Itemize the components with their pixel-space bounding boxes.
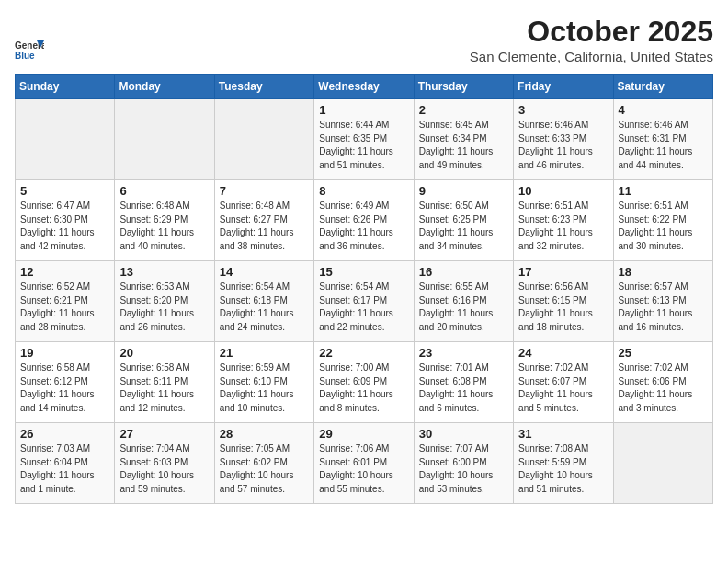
- day-number: 24: [518, 346, 608, 360]
- day-number: 9: [419, 184, 508, 198]
- calendar-cell: 16Sunrise: 6:55 AM Sunset: 6:16 PM Dayli…: [414, 261, 513, 342]
- calendar-cell: 19Sunrise: 6:58 AM Sunset: 6:12 PM Dayli…: [16, 342, 115, 423]
- day-info: Sunrise: 6:52 AM Sunset: 6:21 PM Dayligh…: [20, 281, 109, 334]
- calendar-cell: 8Sunrise: 6:49 AM Sunset: 6:26 PM Daylig…: [314, 180, 414, 261]
- day-info: Sunrise: 7:02 AM Sunset: 6:06 PM Dayligh…: [619, 362, 708, 415]
- weekday-header: Tuesday: [214, 75, 313, 99]
- calendar-cell: 22Sunrise: 7:00 AM Sunset: 6:09 PM Dayli…: [314, 342, 414, 423]
- calendar-cell: 25Sunrise: 7:02 AM Sunset: 6:06 PM Dayli…: [613, 342, 712, 423]
- day-number: 18: [619, 265, 708, 279]
- weekday-header: Sunday: [16, 75, 115, 99]
- calendar-cell: 6Sunrise: 6:48 AM Sunset: 6:29 PM Daylig…: [115, 180, 214, 261]
- calendar-cell: 5Sunrise: 6:47 AM Sunset: 6:30 PM Daylig…: [16, 180, 115, 261]
- calendar-cell: [16, 99, 115, 180]
- weekday-header: Monday: [115, 75, 214, 99]
- day-number: 13: [119, 265, 209, 279]
- calendar-cell: 17Sunrise: 6:56 AM Sunset: 6:15 PM Dayli…: [514, 261, 613, 342]
- day-number: 6: [119, 184, 209, 198]
- calendar-cell: [214, 99, 313, 180]
- day-info: Sunrise: 7:00 AM Sunset: 6:09 PM Dayligh…: [319, 362, 408, 415]
- day-number: 20: [119, 346, 209, 360]
- calendar-cell: 3Sunrise: 6:46 AM Sunset: 6:33 PM Daylig…: [514, 99, 613, 180]
- calendar-cell: 13Sunrise: 6:53 AM Sunset: 6:20 PM Dayli…: [115, 261, 214, 342]
- day-info: Sunrise: 7:05 AM Sunset: 6:02 PM Dayligh…: [220, 442, 309, 496]
- weekday-header: Saturday: [613, 75, 712, 99]
- day-number: 10: [518, 184, 608, 198]
- calendar-cell: 20Sunrise: 6:58 AM Sunset: 6:11 PM Dayli…: [115, 342, 214, 423]
- day-number: 5: [20, 184, 109, 198]
- day-number: 28: [220, 427, 309, 441]
- day-info: Sunrise: 6:46 AM Sunset: 6:31 PM Dayligh…: [619, 119, 708, 172]
- day-number: 31: [518, 427, 608, 441]
- calendar-cell: [115, 99, 214, 180]
- location-title: San Clemente, California, United States: [470, 49, 713, 64]
- calendar-cell: 21Sunrise: 6:59 AM Sunset: 6:10 PM Dayli…: [214, 342, 313, 423]
- logo: General Blue: [15, 37, 48, 63]
- calendar-cell: 29Sunrise: 7:06 AM Sunset: 6:01 PM Dayli…: [314, 423, 414, 504]
- day-info: Sunrise: 7:06 AM Sunset: 6:01 PM Dayligh…: [319, 442, 408, 496]
- day-number: 27: [119, 427, 209, 441]
- day-number: 21: [220, 346, 309, 360]
- logo-icon: General Blue: [15, 37, 44, 63]
- day-info: Sunrise: 6:54 AM Sunset: 6:18 PM Dayligh…: [220, 281, 309, 334]
- day-info: Sunrise: 6:58 AM Sunset: 6:12 PM Dayligh…: [20, 362, 109, 415]
- calendar-cell: [613, 423, 712, 504]
- day-info: Sunrise: 6:56 AM Sunset: 6:15 PM Dayligh…: [518, 281, 608, 334]
- calendar-cell: 31Sunrise: 7:08 AM Sunset: 5:59 PM Dayli…: [514, 423, 613, 504]
- day-info: Sunrise: 6:45 AM Sunset: 6:34 PM Dayligh…: [419, 119, 508, 172]
- day-info: Sunrise: 6:51 AM Sunset: 6:22 PM Dayligh…: [619, 200, 708, 253]
- day-info: Sunrise: 7:04 AM Sunset: 6:03 PM Dayligh…: [119, 442, 209, 496]
- calendar-header-row: SundayMondayTuesdayWednesdayThursdayFrid…: [16, 75, 713, 99]
- day-number: 4: [619, 103, 708, 117]
- calendar-cell: 1Sunrise: 6:44 AM Sunset: 6:35 PM Daylig…: [314, 99, 414, 180]
- day-number: 16: [419, 265, 508, 279]
- calendar-cell: 4Sunrise: 6:46 AM Sunset: 6:31 PM Daylig…: [613, 99, 712, 180]
- weekday-header: Thursday: [414, 75, 513, 99]
- month-title: October 2025: [470, 15, 713, 49]
- day-number: 25: [619, 346, 708, 360]
- calendar-body: 1Sunrise: 6:44 AM Sunset: 6:35 PM Daylig…: [16, 99, 713, 504]
- calendar-cell: 7Sunrise: 6:48 AM Sunset: 6:27 PM Daylig…: [214, 180, 313, 261]
- day-info: Sunrise: 7:08 AM Sunset: 5:59 PM Dayligh…: [518, 442, 608, 496]
- day-info: Sunrise: 6:50 AM Sunset: 6:25 PM Dayligh…: [419, 200, 508, 253]
- day-number: 12: [20, 265, 109, 279]
- calendar-cell: 15Sunrise: 6:54 AM Sunset: 6:17 PM Dayli…: [314, 261, 414, 342]
- day-number: 17: [518, 265, 608, 279]
- day-info: Sunrise: 6:47 AM Sunset: 6:30 PM Dayligh…: [20, 200, 109, 253]
- day-number: 23: [419, 346, 508, 360]
- day-number: 14: [220, 265, 309, 279]
- calendar-cell: 9Sunrise: 6:50 AM Sunset: 6:25 PM Daylig…: [414, 180, 513, 261]
- day-number: 15: [319, 265, 408, 279]
- day-number: 30: [419, 427, 508, 441]
- day-number: 29: [319, 427, 408, 441]
- calendar-week-row: 1Sunrise: 6:44 AM Sunset: 6:35 PM Daylig…: [16, 99, 713, 180]
- day-info: Sunrise: 6:48 AM Sunset: 6:29 PM Dayligh…: [119, 200, 209, 253]
- calendar-cell: 10Sunrise: 6:51 AM Sunset: 6:23 PM Dayli…: [514, 180, 613, 261]
- day-info: Sunrise: 6:59 AM Sunset: 6:10 PM Dayligh…: [220, 362, 309, 415]
- day-info: Sunrise: 6:46 AM Sunset: 6:33 PM Dayligh…: [518, 119, 608, 172]
- title-section: October 2025 San Clemente, California, U…: [470, 15, 713, 64]
- day-info: Sunrise: 6:53 AM Sunset: 6:20 PM Dayligh…: [119, 281, 209, 334]
- day-number: 2: [419, 103, 508, 117]
- calendar-table: SundayMondayTuesdayWednesdayThursdayFrid…: [15, 74, 713, 504]
- calendar-cell: 27Sunrise: 7:04 AM Sunset: 6:03 PM Dayli…: [115, 423, 214, 504]
- day-number: 8: [319, 184, 408, 198]
- day-info: Sunrise: 7:07 AM Sunset: 6:00 PM Dayligh…: [419, 442, 508, 496]
- calendar-week-row: 5Sunrise: 6:47 AM Sunset: 6:30 PM Daylig…: [16, 180, 713, 261]
- day-info: Sunrise: 7:03 AM Sunset: 6:04 PM Dayligh…: [20, 442, 109, 496]
- day-info: Sunrise: 7:01 AM Sunset: 6:08 PM Dayligh…: [419, 362, 508, 415]
- day-number: 3: [518, 103, 608, 117]
- day-number: 26: [20, 427, 109, 441]
- calendar-cell: 11Sunrise: 6:51 AM Sunset: 6:22 PM Dayli…: [613, 180, 712, 261]
- calendar-cell: 28Sunrise: 7:05 AM Sunset: 6:02 PM Dayli…: [214, 423, 313, 504]
- calendar-cell: 24Sunrise: 7:02 AM Sunset: 6:07 PM Dayli…: [514, 342, 613, 423]
- day-info: Sunrise: 6:44 AM Sunset: 6:35 PM Dayligh…: [319, 119, 408, 172]
- day-info: Sunrise: 6:58 AM Sunset: 6:11 PM Dayligh…: [119, 362, 209, 415]
- day-info: Sunrise: 6:55 AM Sunset: 6:16 PM Dayligh…: [419, 281, 508, 334]
- calendar-cell: 18Sunrise: 6:57 AM Sunset: 6:13 PM Dayli…: [613, 261, 712, 342]
- calendar-cell: 26Sunrise: 7:03 AM Sunset: 6:04 PM Dayli…: [16, 423, 115, 504]
- day-info: Sunrise: 6:54 AM Sunset: 6:17 PM Dayligh…: [319, 281, 408, 334]
- day-info: Sunrise: 6:51 AM Sunset: 6:23 PM Dayligh…: [518, 200, 608, 253]
- calendar-cell: 12Sunrise: 6:52 AM Sunset: 6:21 PM Dayli…: [16, 261, 115, 342]
- day-info: Sunrise: 6:49 AM Sunset: 6:26 PM Dayligh…: [319, 200, 408, 253]
